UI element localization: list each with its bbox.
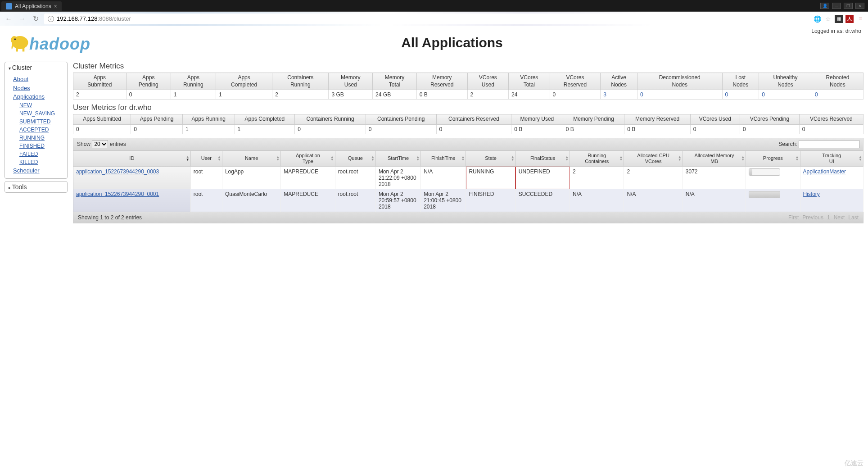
table-info: Showing 1 to 2 of 2 entries [78,214,142,221]
maximize-button[interactable]: ☐ [844,3,853,9]
sidebar-sublink-failed[interactable]: FAILED [19,150,63,158]
table-cell: FINISHED [466,189,515,212]
column-header: DecommissionedNodes [637,73,722,90]
sidebar-sublink-accepted[interactable]: ACCEPTED [19,126,63,134]
pdf-icon[interactable]: 人 [845,15,854,23]
table-cell: LogApp [222,167,280,190]
metric-link[interactable]: 0 [640,91,643,98]
page-header: hadoop All Applications [0,26,868,55]
info-icon[interactable]: i [48,16,54,22]
pagination-first[interactable]: First [788,214,799,221]
logged-in-label: Logged in as: dr.who [811,28,861,34]
app-id-link[interactable]: application_1522673944290_0001 [76,191,159,197]
column-header: AppsRunning [171,73,216,90]
metric-link[interactable]: 3 [603,91,606,98]
back-button[interactable]: ← [4,14,14,24]
metric-link[interactable]: 0 [815,91,818,98]
pagination-previous[interactable]: Previous [802,214,823,221]
column-header: Containers Running [295,114,366,125]
metric-cell: 2 [272,90,329,100]
translate-icon[interactable]: 🌐 [813,15,821,23]
apps-column-header[interactable]: Queue▲▼ [335,150,375,166]
metric-cell: 0 [690,124,740,134]
column-header: Apps Running [182,114,235,125]
url-input[interactable]: i 192.168.77.128:8088/cluster [44,14,809,24]
apps-column-header[interactable]: Allocated CPUVCores▲▼ [624,150,683,166]
table-cell: QuasiMonteCarlo [222,189,280,212]
apps-column-header[interactable]: Progress▲▼ [746,150,800,166]
table-row: application_1522673944290_0003rootLogApp… [73,167,863,190]
metric-cell: 0 [295,124,366,134]
apps-column-header[interactable]: FinishTime▲▼ [421,150,466,166]
sidebar-header-cluster[interactable]: Cluster [5,62,67,73]
search-label: Search: [778,141,797,147]
table-cell: N/A [683,189,746,212]
metric-cell: 0 [436,124,511,134]
apps-column-header[interactable]: ID▲▼ [73,150,191,166]
sidebar-link-nodes[interactable]: Nodes [13,84,63,93]
tab-title: All Applications [15,3,51,9]
metric-link[interactable]: 0 [725,91,728,98]
metric-cell: 1 [216,90,272,100]
pagination-1[interactable]: 1 [827,214,830,221]
sidebar-link-scheduler[interactable]: Scheduler [13,166,63,175]
apps-column-header[interactable]: FinalStatus▲▼ [515,150,570,166]
apps-column-header[interactable]: State▲▼ [466,150,515,166]
column-header: AppsSubmitted [73,73,127,90]
table-cell: History [800,189,863,212]
apps-column-header[interactable]: ApplicationType▲▼ [281,150,335,166]
column-header: Containers Reserved [436,114,511,125]
sidebar-link-about[interactable]: About [13,75,63,84]
metric-cell: 1 [171,90,216,100]
extension-icon[interactable]: ▦ [835,15,843,23]
apps-column-header[interactable]: StartTime▲▼ [375,150,420,166]
apps-column-header[interactable]: TrackingUI▲▼ [800,150,863,166]
metric-cell: 0 B [563,124,624,134]
forward-button[interactable]: → [17,14,27,24]
menu-icon[interactable]: ≡ [856,15,864,23]
sidebar-header-tools[interactable]: Tools [5,182,67,192]
apps-column-header[interactable]: User▲▼ [190,150,222,166]
column-header: MemoryTotal [373,73,417,90]
table-cell: N/A [624,189,683,212]
hadoop-logo[interactable]: hadoop [5,30,108,55]
tracking-link[interactable]: History [803,191,820,197]
sidebar-sublink-finished[interactable]: FINISHED [19,142,63,150]
sidebar-sublink-running[interactable]: RUNNING [19,134,63,142]
sidebar-sublink-new_saving[interactable]: NEW_SAVING [19,109,63,118]
apps-column-header[interactable]: Name▲▼ [222,150,280,166]
tracking-link[interactable]: ApplicationMaster [803,168,846,175]
metric-cell: 1 [235,124,295,134]
sidebar-sublink-new[interactable]: NEW [19,101,63,109]
datatable-controls: Show 20 entries Search: [73,138,863,150]
browser-tab-active[interactable]: All Applications × [1,1,62,11]
search-input[interactable] [799,140,859,148]
metric-cell: 0 [131,124,183,134]
table-cell: 2 [624,167,683,190]
metric-cell: 0 [73,124,131,134]
metric-link[interactable]: 0 [762,91,765,98]
pagination-last[interactable]: Last [848,214,859,221]
column-header: Memory Reserved [624,114,691,125]
app-id-link[interactable]: application_1522673944290_0003 [76,168,159,175]
sidebar-sublink-killed[interactable]: KILLED [19,158,63,166]
sidebar-sublink-submitted[interactable]: SUBMITTED [19,118,63,126]
pagination-next[interactable]: Next [834,214,845,221]
user-icon[interactable]: 👤 [820,3,829,9]
apps-column-header[interactable]: Allocated MemoryMB▲▼ [683,150,746,166]
close-icon[interactable]: × [54,3,57,9]
elephant-icon [7,31,32,54]
entries-select[interactable]: 20 [92,140,108,148]
apps-column-header[interactable]: RunningContainers▲▼ [570,150,624,166]
close-window-button[interactable]: × [855,3,864,9]
minimize-button[interactable]: ─ [832,3,841,9]
star-icon[interactable]: ☆ [824,15,832,23]
table-cell [746,167,800,190]
sidebar: Cluster About Nodes Applications NEWNEW_… [5,62,68,223]
table-cell: root.root [335,167,375,190]
reload-button[interactable]: ↻ [31,14,41,24]
sidebar-link-applications[interactable]: Applications [13,92,63,101]
column-header: ContainersRunning [272,73,329,90]
metric-cell: 0 [550,90,601,100]
svg-point-1 [11,36,18,44]
